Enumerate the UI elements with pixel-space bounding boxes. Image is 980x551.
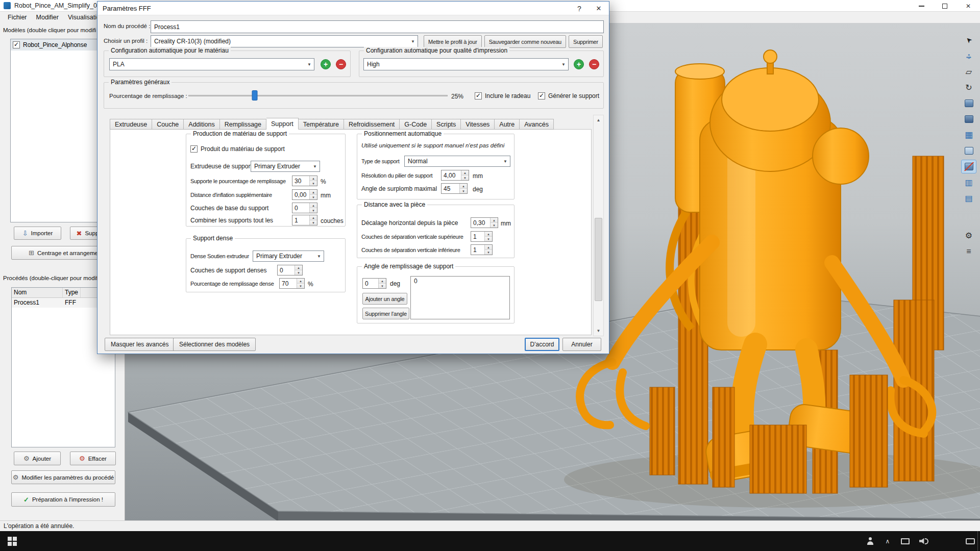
dialog-scrollbar[interactable]: ▲ ▼: [593, 115, 604, 336]
remove-quality-button[interactable]: −: [589, 59, 599, 69]
tab-additions[interactable]: Additions: [184, 119, 219, 130]
generate-support-material-checkbox[interactable]: Produit du matériau de support: [190, 144, 285, 154]
generate-support-checkbox[interactable]: Générer le support: [538, 91, 599, 101]
update-profile-button[interactable]: Mettre le profil à jour: [424, 35, 482, 48]
clear-process-button[interactable]: ⚙ Effacer: [70, 452, 116, 465]
tab-temperature[interactable]: Température: [299, 119, 344, 130]
maximize-button[interactable]: [933, 0, 957, 12]
upper-separation-spin[interactable]: 1: [471, 231, 493, 242]
add-quality-button[interactable]: +: [574, 59, 584, 69]
dialog-help-button[interactable]: ?: [570, 2, 589, 15]
import-button[interactable]: ⇩ Importer: [14, 227, 61, 240]
tab-gcode[interactable]: G-Code: [400, 119, 432, 130]
remove-angle-button[interactable]: Supprimer l'angle: [362, 308, 409, 319]
show-desktop-button[interactable]: [977, 531, 980, 551]
quality-combo[interactable]: High: [363, 58, 569, 70]
infill-slider[interactable]: [188, 90, 448, 101]
tray-people-icon[interactable]: [866, 537, 875, 546]
support-type-combo[interactable]: Normal: [404, 156, 510, 167]
close-button[interactable]: ✕: [957, 0, 980, 12]
tab-couche[interactable]: Couche: [152, 119, 184, 130]
slider-handle[interactable]: [252, 90, 257, 101]
material-combo[interactable]: PLA: [109, 58, 314, 70]
edit-process-button[interactable]: ⚙ Modifier les paramètres du procédé: [11, 470, 115, 484]
view-shaded-icon[interactable]: [961, 112, 976, 126]
spin-arrows[interactable]: [378, 279, 386, 288]
tray-chevron-up-icon[interactable]: ∧: [883, 537, 892, 546]
minimize-button[interactable]: [910, 0, 933, 12]
tab-autre[interactable]: Autre: [495, 119, 520, 130]
raft-checkbox-box[interactable]: [475, 92, 482, 99]
scrollbar-thumb[interactable]: [595, 218, 602, 301]
view-transparent-icon[interactable]: [961, 144, 976, 158]
scroll-up-arrow[interactable]: ▲: [594, 115, 603, 125]
horizontal-offset-spin[interactable]: 0,30: [471, 217, 498, 228]
combine-supports-spin[interactable]: 1: [292, 215, 317, 226]
menu-fichier[interactable]: Fichier: [3, 12, 32, 22]
pillar-resolution-spin[interactable]: 4,00: [441, 170, 469, 181]
support-extruder-combo[interactable]: Primary Extruder: [251, 161, 320, 172]
cursor-tool-icon[interactable]: ➤: [961, 33, 976, 47]
dense-infill-spin[interactable]: 70: [279, 278, 305, 289]
tab-remplissage[interactable]: Remplissage: [220, 119, 266, 130]
remove-material-button[interactable]: −: [336, 59, 346, 69]
tab-vitesses[interactable]: Vitesses: [461, 119, 495, 130]
select-models-button[interactable]: Sélectionner des modèles: [173, 338, 256, 351]
angle-list-item[interactable]: 0: [411, 277, 509, 286]
move-tool-icon[interactable]: ↔↕: [961, 49, 976, 63]
add-angle-button[interactable]: Ajouter un angle: [362, 293, 407, 305]
menu-modifier[interactable]: Modifier: [32, 12, 63, 22]
spin-arrows[interactable]: [461, 170, 469, 180]
model-checkbox[interactable]: [13, 41, 20, 48]
spin-arrows[interactable]: [309, 203, 317, 213]
dense-extruder-combo[interactable]: Primary Extruder: [253, 251, 324, 262]
delete-profile-button[interactable]: Supprimer: [569, 35, 603, 48]
spin-arrows[interactable]: [309, 215, 317, 225]
tray-volume-icon[interactable]: [918, 537, 927, 546]
generate-checkbox-box[interactable]: [190, 145, 198, 153]
spin-arrows[interactable]: [309, 190, 317, 199]
support-checkbox-box[interactable]: [538, 92, 545, 99]
hide-advanced-button[interactable]: Masquer les avancés: [105, 338, 175, 351]
spin-arrows[interactable]: [490, 218, 498, 228]
tab-scripts[interactable]: Scripts: [432, 119, 461, 130]
support-structures-icon[interactable]: ▥: [961, 176, 976, 189]
include-raft-checkbox[interactable]: Inclure le radeau: [475, 91, 530, 101]
cancel-button[interactable]: Annuler: [562, 338, 601, 351]
max-overhang-spin[interactable]: 45: [441, 183, 468, 194]
spin-arrows[interactable]: [295, 265, 302, 275]
tab-refroidissement[interactable]: Refroidissement: [344, 119, 400, 130]
save-as-new-button[interactable]: Sauvegarder comme nouveau: [484, 35, 566, 48]
add-process-button[interactable]: ⚙ Ajouter: [14, 452, 61, 465]
tab-support[interactable]: Support: [266, 118, 299, 130]
spin-arrows[interactable]: [459, 184, 467, 193]
add-material-button[interactable]: +: [321, 59, 331, 69]
dialog-close-button[interactable]: ✕: [590, 2, 608, 15]
view-solid-icon[interactable]: [961, 96, 976, 110]
inflation-distance-spin[interactable]: 0,00: [292, 189, 317, 200]
angle-listbox[interactable]: 0: [410, 276, 510, 319]
prepare-print-button[interactable]: ✓ Préparation à l'impression !: [11, 492, 115, 507]
rotate-tool-icon[interactable]: ↻: [961, 81, 976, 94]
machine-control-icon[interactable]: ≡: [961, 244, 976, 258]
tray-keyboard-icon[interactable]: [966, 537, 975, 546]
scroll-down-arrow[interactable]: ▼: [594, 326, 603, 336]
process-name-input[interactable]: [151, 20, 604, 33]
spin-arrows[interactable]: [484, 232, 492, 241]
layer-preview-icon[interactable]: ▤: [961, 191, 976, 205]
start-button[interactable]: [0, 531, 24, 551]
spin-arrows[interactable]: [484, 245, 492, 255]
spin-arrows[interactable]: [309, 176, 317, 186]
scale-tool-icon[interactable]: ▱: [961, 65, 976, 79]
tab-extrudeuse[interactable]: Extrudeuse: [110, 119, 152, 130]
base-layers-spin[interactable]: 0: [292, 203, 317, 213]
ok-button[interactable]: D'accord: [525, 338, 559, 351]
lower-separation-spin[interactable]: 1: [471, 244, 493, 255]
dense-layers-spin[interactable]: 0: [277, 265, 303, 276]
profile-combo[interactable]: Creality CR-10(3) (modified): [151, 35, 418, 47]
infill-angle-spin[interactable]: 0: [362, 278, 386, 289]
settings-gear-icon[interactable]: ⚙: [961, 229, 976, 242]
support-infill-spin[interactable]: 30: [292, 176, 317, 186]
cross-section-icon[interactable]: [961, 160, 976, 173]
spin-arrows[interactable]: [297, 279, 304, 288]
